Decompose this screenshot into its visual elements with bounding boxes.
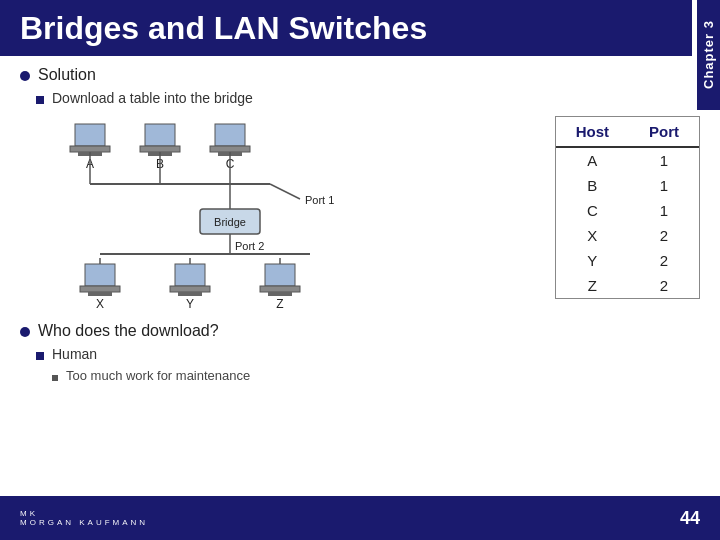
bullet-square-2 <box>36 352 44 360</box>
diagram-svg: A B C <box>40 114 420 314</box>
who-label: Who does the download? <box>38 322 219 340</box>
title-text: Bridges and LAN Switches <box>20 10 427 47</box>
svg-rect-8 <box>215 124 245 146</box>
toomuch-label: Too much work for maintenance <box>66 368 250 383</box>
svg-rect-5 <box>140 146 180 152</box>
table-row: X2 <box>556 223 699 248</box>
svg-rect-27 <box>80 286 120 292</box>
svg-rect-36 <box>265 264 295 286</box>
bullet-toomuch: Too much work for maintenance <box>20 368 690 383</box>
table-cell-port: 1 <box>629 173 699 198</box>
bullet-small-square-1 <box>52 375 58 381</box>
page-number: 44 <box>680 508 700 529</box>
svg-text:Port 2: Port 2 <box>235 240 264 252</box>
table-row: C1 <box>556 198 699 223</box>
table-row: A1 <box>556 148 699 173</box>
table-cell-host: B <box>556 173 629 198</box>
svg-rect-28 <box>88 292 112 296</box>
human-label: Human <box>52 346 97 362</box>
host-port-table: Host Port A1B1C1X2Y2Z2 <box>555 116 700 299</box>
table-row: Z2 <box>556 273 699 298</box>
page-title: Bridges and LAN Switches <box>0 0 692 56</box>
svg-rect-1 <box>70 146 110 152</box>
table-cell-host: Y <box>556 248 629 273</box>
table-cell-host: X <box>556 223 629 248</box>
bullet-solution: Solution <box>20 66 690 84</box>
table-cell-host: C <box>556 198 629 223</box>
bullet-dot-1 <box>20 71 30 81</box>
table-row: Y2 <box>556 248 699 273</box>
bullet-dot-2 <box>20 327 30 337</box>
network-diagram: A B C <box>40 114 420 314</box>
svg-rect-32 <box>170 286 210 292</box>
footer: MK MORGAN KAUFMANN 44 <box>0 496 720 540</box>
bullet-download: Download a table into the bridge <box>20 90 690 106</box>
svg-text:Bridge: Bridge <box>214 216 246 228</box>
svg-text:Port 1: Port 1 <box>305 194 334 206</box>
table-cell-port: 2 <box>629 248 699 273</box>
svg-rect-4 <box>145 124 175 146</box>
solution-label: Solution <box>38 66 96 84</box>
logo-text: MK <box>20 509 148 518</box>
svg-text:Z: Z <box>276 297 283 311</box>
svg-rect-31 <box>175 264 205 286</box>
table-cell-host: Z <box>556 273 629 298</box>
table-host-header: Host <box>556 117 629 147</box>
bullet-square-1 <box>36 96 44 104</box>
svg-line-16 <box>270 184 300 199</box>
download-label: Download a table into the bridge <box>52 90 253 106</box>
svg-rect-26 <box>85 264 115 286</box>
table-port-header: Port <box>629 117 699 147</box>
bullet-human: Human <box>20 346 690 362</box>
table-cell-port: 1 <box>629 148 699 173</box>
bullet-who: Who does the download? <box>20 322 690 340</box>
svg-rect-38 <box>268 292 292 296</box>
svg-rect-37 <box>260 286 300 292</box>
main-content: Solution Download a table into the bridg… <box>0 56 720 399</box>
svg-rect-0 <box>75 124 105 146</box>
footer-logo: MK MORGAN KAUFMANN <box>20 509 148 527</box>
table-row: B1 <box>556 173 699 198</box>
svg-text:X: X <box>96 297 104 311</box>
svg-rect-9 <box>210 146 250 152</box>
logo-subtitle: MORGAN KAUFMANN <box>20 518 148 527</box>
svg-rect-33 <box>178 292 202 296</box>
table-cell-host: A <box>556 148 629 173</box>
table-cell-port: 1 <box>629 198 699 223</box>
svg-text:Y: Y <box>186 297 194 311</box>
table-cell-port: 2 <box>629 273 699 298</box>
table-cell-port: 2 <box>629 223 699 248</box>
